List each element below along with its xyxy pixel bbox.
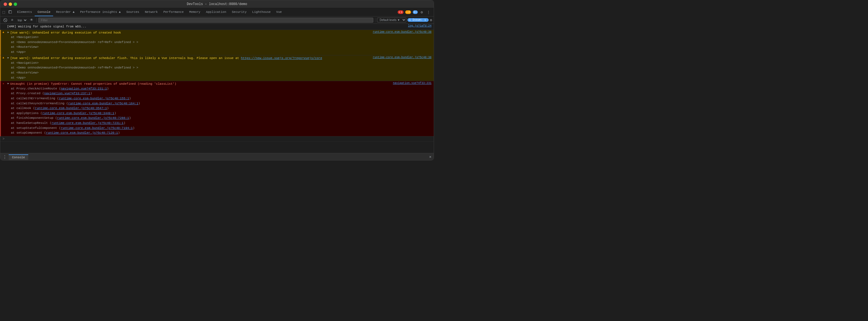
vue-issue-link[interactable]: https://new-issue.vuejs.org/?repo=vuejs/… [241,57,322,60]
error-badge[interactable]: ✕ 1 [398,10,404,14]
tab-sources[interactable]: Sources [124,8,142,16]
stack-line: at <RouterView> [11,70,432,75]
error-count: 1 [401,11,402,14]
console-content: [HMR] Waiting for update signal from WDS… [0,24,434,153]
tab-application[interactable]: Application [203,8,229,16]
tab-lighthouse[interactable]: Lighthouse [249,8,274,16]
clear-console-button[interactable] [2,18,9,23]
stack-link[interactable]: runtime-core.esm-bundler.js?5c40:155:1 [59,97,129,100]
prompt-caret: > [2,137,4,141]
svg-line-1 [4,19,6,21]
pause-on-exception-button[interactable]: ⊘ [10,17,14,23]
stack-link[interactable]: runtime-core.esm-bundler.js?5c40:3547:1 [35,106,107,110]
stack-link[interactable]: navigation.vue?4f33:231:1 [61,87,107,90]
issues-badge[interactable]: 1 Issue: 1 [407,18,429,22]
log-text-hmr: [HMR] Waiting for update signal from WDS… [7,24,405,29]
context-selector[interactable]: top [16,18,27,22]
log-source-warn-2[interactable]: runtime-core.esm-bundler.js?5c40:38 [373,56,432,59]
stack-link[interactable]: runtime-core.esm-bundler.js?5c40:164:1 [68,102,138,105]
filter-input[interactable] [38,18,373,23]
toolbar-divider-2 [375,18,375,22]
stack-line: at <Navigation> [11,35,432,40]
stack-line: at handleSetupResult (runtime-core.esm-b… [11,121,432,126]
devtools-badges: ✕ 1 ⚠ 2 ℹ 1 ⚙ ⋮ [398,8,433,16]
expand-arrow-error[interactable]: ▶ [7,82,9,85]
log-row-uncaught-error: ✕ ▶ Uncaught (in promise) TypeError: Can… [0,81,434,136]
log-list: [HMR] Waiting for update signal from WDS… [0,24,434,153]
tab-performance[interactable]: Performance [160,8,187,16]
log-row-vue-warn-2: ▲ ▶ [Vue warn]: Unhandled error during e… [0,55,434,81]
log-source-warn-1[interactable]: runtime-core.esm-bundler.js?5c40:38 [373,30,432,34]
bottom-tab-console[interactable]: Console [9,154,28,160]
error-icon: ✕ [399,11,400,14]
window-title: DevTools - localhost:8080/demo [187,2,247,6]
log-body-warn-1: ▶ [Vue warn]: Unhandled error during exe… [7,30,432,55]
warning-badge[interactable]: ⚠ 2 [405,10,411,14]
expand-arrow-1[interactable]: ▶ [7,31,9,34]
stack-line: at setupComponent (runtime-core.esm-bund… [11,131,432,136]
log-source-hmr[interactable]: log.js?1afd:24 [408,24,432,27]
tab-network[interactable]: Network [142,8,160,16]
stack-lines-warn-1: at <Navigation> at <Demo onVnodeUnmounte… [7,35,432,55]
close-button[interactable] [4,2,7,6]
traffic-lights [4,2,17,6]
warn-header-2: ▶ [Vue warn]: Unhandled error during exe… [7,56,432,61]
inspect-element-icon[interactable]: ⬚ [1,9,6,15]
log-row-hmr: [HMR] Waiting for update signal from WDS… [0,24,434,30]
tab-recorder[interactable]: Recorder ▲ [53,8,77,16]
error-header: ▶ Uncaught (in promise) TypeError: Canno… [7,82,432,87]
log-source-error[interactable]: navigation.vue?4f33:231 [393,82,432,85]
clear-icon [3,18,7,22]
log-text-warn-1: [Vue warn]: Unhandled error during execu… [10,30,370,35]
bottom-close-button[interactable]: × [429,155,432,159]
tab-console[interactable]: Console [35,8,53,16]
stack-link[interactable]: runtime-core.esm-bundler.js?5c40:3449:1 [42,111,114,115]
stack-link[interactable]: runtime-core.esm-bundler.js?5c40:7194:1 [61,126,132,130]
stack-line: at Proxy.created (navigation.vue?4f33:23… [11,91,432,96]
log-levels-dropdown[interactable]: Default levels ▼ [377,18,406,22]
stack-line: at <App> [11,50,432,55]
issue-count: 1 [423,19,427,22]
tab-vue[interactable]: Vue [274,8,285,16]
info-badge[interactable]: ℹ 1 [413,10,418,14]
console-toolbar: ⊘ top 👁 Default levels ▼ 1 Issue: 1 ⚙ [0,17,434,24]
log-text-warn-2: [Vue warn]: Unhandled error during execu… [10,56,370,61]
stack-line: at <Demo onVnodeUnmounted=fn<onVnodeUnmo… [11,65,432,70]
stack-link[interactable]: runtime-core.esm-bundler.js?5c40:7120:1 [46,131,118,134]
stack-line: at <App> [11,75,432,81]
tab-performance-insights[interactable]: Performance insights ▲ [77,8,123,16]
stack-line: at <Demo onVnodeUnmounted=fn<onVnodeUnmo… [11,40,432,45]
minimize-button[interactable] [9,2,12,6]
stack-lines-warn-2: at <Navigation> at <Demo onVnodeUnmounte… [7,61,432,80]
stack-link[interactable]: navigation.vue?4f33:237:1 [44,92,90,95]
tab-bar: ⬚ ⧠ Elements Console Recorder ▲ Performa… [0,8,434,17]
console-input[interactable] [6,137,432,141]
warn-header-1: ▶ [Vue warn]: Unhandled error during exe… [7,30,432,35]
console-prompt-row[interactable]: > [0,136,434,142]
more-options-icon[interactable]: ⋮ [426,9,432,15]
log-text-error: Uncaught (in promise) TypeError: Cannot … [10,82,390,87]
stack-link[interactable]: runtime-core.esm-bundler.js?5c40:7286:1 [57,116,129,120]
issues-label: 1 Issue: [409,19,423,22]
device-mode-icon[interactable]: ⧠ [7,9,13,15]
tab-security[interactable]: Security [229,8,249,16]
info-count: 1 [415,11,417,14]
console-settings-icon[interactable]: ⚙ [430,18,432,22]
settings-icon[interactable]: ⚙ [420,9,424,15]
bottom-bar: ⋮ Console × [0,153,434,160]
stack-line: at applyOptions (runtime-core.esm-bundle… [11,111,432,116]
log-body-warn-2: ▶ [Vue warn]: Unhandled error during exe… [7,56,432,80]
show-console-sidebar-button[interactable]: 👁 [29,17,35,23]
warn-icon-1: ▲ [2,31,4,34]
tab-elements[interactable]: Elements [14,8,35,16]
stack-link[interactable]: runtime-core.esm-bundler.js?5c40:7231:1 [52,121,123,125]
maximize-button[interactable] [14,2,17,6]
bottom-menu-icon[interactable]: ⋮ [2,154,7,160]
stack-line: at finishComponentSetup (runtime-core.es… [11,116,432,121]
devtools-inspect-icons: ⬚ ⧠ [1,8,13,16]
tab-memory[interactable]: Memory [187,8,203,16]
expand-arrow-2[interactable]: ▶ [7,56,9,59]
warn-icon-2: ▲ [2,56,4,59]
log-row-vue-warn-1: ▲ ▶ [Vue warn]: Unhandled error during e… [0,30,434,56]
title-bar: DevTools - localhost:8080/demo [0,0,434,8]
